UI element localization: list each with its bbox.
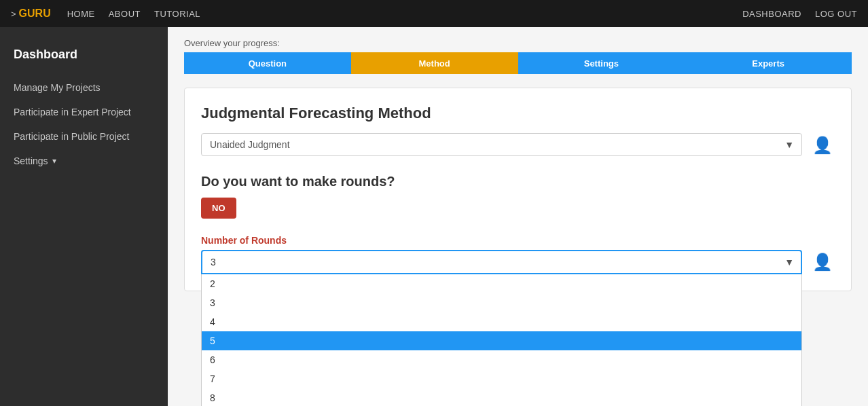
main-content: Overview your progress: Question Method … xyxy=(168,27,868,406)
progress-bar: Question Method Settings Experts xyxy=(184,52,852,74)
progress-label: Overview your progress: xyxy=(184,38,852,48)
rounds-select-row: 3 ▼ 2 3 4 5 6 7 8 9 👤 xyxy=(201,250,835,274)
brand-logo: GURU xyxy=(19,7,51,20)
sidebar: Dashboard Manage My Projects Participate… xyxy=(0,27,168,406)
method-select-wrapper: Unaided Judgment Delphi Prediction Marke… xyxy=(201,133,802,156)
rounds-option-5[interactable]: 5 xyxy=(202,331,801,350)
sidebar-item-manage[interactable]: Manage My Projects xyxy=(0,75,168,100)
nav-about[interactable]: ABOUT xyxy=(109,9,141,19)
layout: Dashboard Manage My Projects Participate… xyxy=(0,27,868,406)
sidebar-item-public[interactable]: Participate in Public Project xyxy=(0,124,168,149)
chevron-icon: > xyxy=(11,9,16,19)
step-method[interactable]: Method xyxy=(351,52,518,74)
nav-links: HOME ABOUT TUTORIAL xyxy=(67,9,742,19)
person-icon-method: 👤 xyxy=(810,133,835,158)
method-select[interactable]: Unaided Judgment Delphi Prediction Marke… xyxy=(201,133,802,156)
rounds-select-wrapper: 3 ▼ 2 3 4 5 6 7 8 9 xyxy=(201,250,802,274)
rounds-option-8[interactable]: 8 xyxy=(202,388,801,406)
step-experts[interactable]: Experts xyxy=(685,52,852,74)
sidebar-settings-label: Settings xyxy=(14,155,48,166)
method-select-row: Unaided Judgment Delphi Prediction Marke… xyxy=(201,133,835,158)
step-settings[interactable]: Settings xyxy=(518,52,685,74)
rounds-dropdown-list: 2 3 4 5 6 7 8 9 xyxy=(201,274,802,406)
rounds-option-4[interactable]: 4 xyxy=(202,312,801,331)
rounds-label: Number of Rounds xyxy=(201,235,835,246)
chevron-down-icon: ▾ xyxy=(52,156,56,166)
rounds-option-7[interactable]: 7 xyxy=(202,369,801,388)
person-icon-rounds: 👤 xyxy=(810,250,835,274)
nav-home[interactable]: HOME xyxy=(67,9,95,19)
rounds-option-2[interactable]: 2 xyxy=(202,274,801,293)
nav-dashboard[interactable]: DASHBOARD xyxy=(742,9,801,19)
step-question[interactable]: Question xyxy=(184,52,351,74)
nav-logout[interactable]: LOG OUT xyxy=(815,9,857,19)
rounds-select[interactable]: 3 xyxy=(201,250,802,274)
main-card: Judgmental Forecasting Method Unaided Ju… xyxy=(184,88,852,291)
sidebar-item-settings[interactable]: Settings ▾ xyxy=(0,149,168,173)
nav-tutorial[interactable]: TUTORIAL xyxy=(154,9,200,19)
rounds-option-6[interactable]: 6 xyxy=(202,350,801,369)
sidebar-title: Dashboard xyxy=(0,41,168,75)
no-button[interactable]: NO xyxy=(201,198,236,219)
card-title: Judgmental Forecasting Method xyxy=(201,105,835,122)
top-nav: > GURU HOME ABOUT TUTORIAL DASHBOARD LOG… xyxy=(0,0,868,27)
rounds-option-3[interactable]: 3 xyxy=(202,293,801,312)
nav-right: DASHBOARD LOG OUT xyxy=(742,9,857,19)
sidebar-item-expert[interactable]: Participate in Expert Project xyxy=(0,100,168,124)
rounds-question: Do you want to make rounds? xyxy=(201,174,835,189)
